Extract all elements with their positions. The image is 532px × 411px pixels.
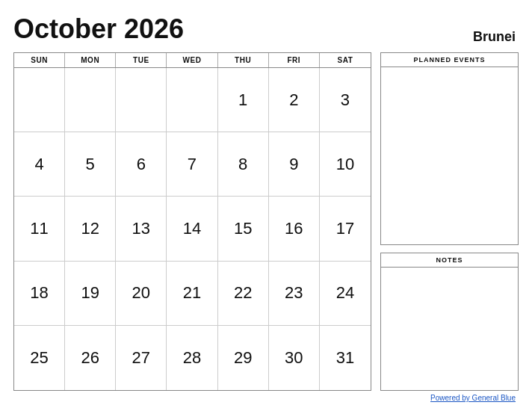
calendar-cell: 1 [218,68,269,132]
day-header: FRI [269,53,320,67]
calendar-cell: 21 [167,262,217,326]
day-header: TUE [116,53,167,67]
calendar-grid: 1234567891011121314151617181920212223242… [14,68,371,390]
calendar-cell: 12 [65,197,116,261]
page-title: October 2026 [13,13,184,45]
planned-events-header: PLANNED EVENTS [381,53,518,67]
calendar-cell: 3 [320,68,371,132]
day-header: THU [218,53,269,67]
calendar-cell [65,68,116,132]
main-area: SUNMONTUEWEDTHUFRISAT 123456789101112131… [13,52,519,391]
calendar-cell: 29 [218,326,269,390]
calendar-cell: 11 [14,197,65,261]
planned-events-content [381,67,518,244]
calendar-cell: 23 [269,262,320,326]
calendar-cell: 5 [65,132,116,197]
calendar-cell: 18 [14,262,65,326]
calendar-cell: 17 [320,197,371,261]
calendar-cell: 6 [116,132,167,197]
calendar-cell: 19 [65,262,116,326]
notes-content [381,268,518,390]
calendar-cell: 10 [320,132,371,197]
calendar-cell: 7 [167,132,217,197]
calendar-cell: 16 [269,197,320,261]
calendar-cell: 9 [269,132,320,197]
calendar-cell [167,68,217,132]
footer: Powered by General Blue [13,394,519,402]
day-headers: SUNMONTUEWEDTHUFRISAT [14,53,371,68]
calendar-cell: 15 [218,197,269,261]
day-header: WED [167,53,217,67]
day-header: SUN [14,53,65,67]
calendar-cell: 30 [269,326,320,390]
calendar-cell: 2 [269,68,320,132]
footer-link[interactable]: Powered by General Blue [430,394,516,402]
calendar-cell [116,68,167,132]
notes-header: NOTES [381,253,518,268]
day-header: SAT [320,53,371,67]
calendar-cell: 26 [65,326,116,390]
day-header: MON [65,53,116,67]
sidebar: PLANNED EVENTS NOTES [380,52,519,391]
calendar-cell: 31 [320,326,371,390]
planned-events-box: PLANNED EVENTS [380,52,519,245]
calendar-cell: 24 [320,262,371,326]
country-label: Brunei [473,29,519,45]
calendar-cell: 28 [167,326,217,390]
calendar-cell: 20 [116,262,167,326]
calendar-cell: 22 [218,262,269,326]
calendar-cell: 13 [116,197,167,261]
page: October 2026 Brunei SUNMONTUEWEDTHUFRISA… [0,0,532,411]
calendar-cell: 27 [116,326,167,390]
calendar-cell: 8 [218,132,269,197]
calendar-section: SUNMONTUEWEDTHUFRISAT 123456789101112131… [13,52,371,391]
calendar-cell: 4 [14,132,65,197]
calendar-cell: 14 [167,197,217,261]
notes-box: NOTES [380,253,519,391]
header: October 2026 Brunei [13,13,519,45]
calendar-cell: 25 [14,326,65,390]
calendar-cell [14,68,65,132]
